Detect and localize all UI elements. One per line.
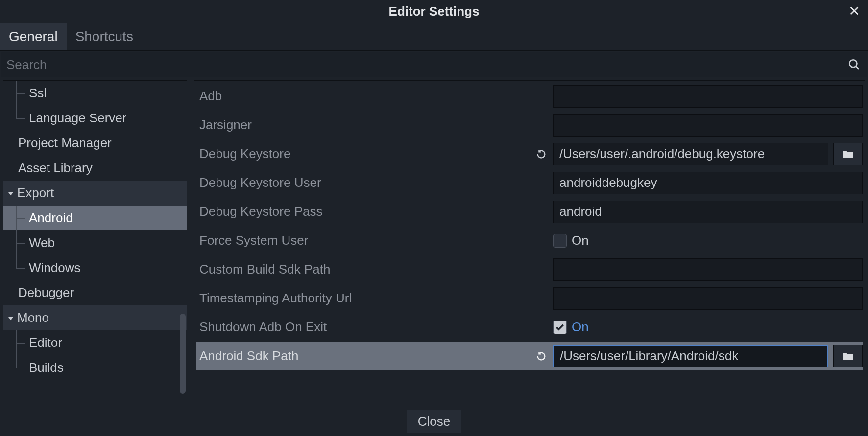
setting-row-android-sdk-path: Android Sdk Path <box>196 342 863 370</box>
browse-button[interactable] <box>833 345 863 367</box>
tab-general[interactable]: General <box>0 23 67 50</box>
timestamping-authority-url-input[interactable] <box>553 287 863 310</box>
tree-item-export[interactable]: Export <box>3 181 187 206</box>
setting-row-jarsigner: Jarsigner <box>196 111 863 139</box>
search-icon[interactable] <box>842 52 867 77</box>
setting-label: Adb <box>196 89 530 104</box>
close-icon[interactable] <box>846 3 862 19</box>
setting-row-custom-build-sdk-path: Custom Build Sdk Path <box>196 255 863 284</box>
android-sdk-path-input[interactable] <box>553 345 828 367</box>
svg-point-0 <box>849 60 857 67</box>
force-system-user-checkbox[interactable] <box>553 234 567 248</box>
setting-row-debug-keystore-pass: Debug Keystore Pass <box>196 197 863 226</box>
setting-row-adb: Adb <box>196 82 863 111</box>
debug-keystore-input[interactable] <box>553 143 828 165</box>
window-title: Editor Settings <box>389 4 480 19</box>
setting-label: Timestamping Authority Url <box>196 291 530 306</box>
chevron-down-icon <box>5 315 16 321</box>
reset-icon[interactable] <box>533 351 549 362</box>
tab-bar: General Shortcuts <box>0 23 868 51</box>
reset-icon[interactable] <box>533 149 549 160</box>
tree-item-project-manager[interactable]: Project Manager <box>3 131 187 156</box>
tree-item-mono[interactable]: Mono <box>3 305 187 330</box>
setting-label: Force System User <box>196 233 530 248</box>
setting-row-shutdown-adb-on-exit: Shutdown Adb On Exit On <box>196 313 863 342</box>
checkbox-label: On <box>572 233 589 248</box>
setting-label: Shutdown Adb On Exit <box>196 320 530 335</box>
custom-build-sdk-path-input[interactable] <box>553 258 863 281</box>
jarsigner-input[interactable] <box>553 114 863 137</box>
tree-item-debugger[interactable]: Debugger <box>3 280 187 305</box>
tab-shortcuts[interactable]: Shortcuts <box>67 23 142 50</box>
browse-button[interactable] <box>833 143 863 165</box>
chevron-down-icon <box>5 190 16 197</box>
tree-item-windows[interactable]: Windows <box>3 255 187 280</box>
setting-row-debug-keystore: Debug Keystore <box>196 139 863 168</box>
setting-label: Custom Build Sdk Path <box>196 262 530 277</box>
tree-item-ssl[interactable]: Ssl <box>3 81 187 106</box>
search-input[interactable] <box>1 52 842 77</box>
settings-panel: Adb Jarsigner Debug Keystore Debug Keyst… <box>194 80 865 407</box>
tree-item-asset-library[interactable]: Asset Library <box>3 156 187 181</box>
tree-item-web[interactable]: Web <box>3 230 187 255</box>
title-bar: Editor Settings <box>0 0 868 23</box>
debug-keystore-user-input[interactable] <box>553 172 863 194</box>
dialog-footer: Close <box>0 408 868 435</box>
setting-label: Debug Keystore Pass <box>196 204 530 219</box>
main-area: Ssl Language Server Project Manager Asse… <box>0 77 868 407</box>
shutdown-adb-on-exit-checkbox[interactable] <box>553 321 567 334</box>
tree-item-android[interactable]: Android <box>3 206 187 230</box>
settings-category-tree: Ssl Language Server Project Manager Asse… <box>3 80 187 407</box>
tree-item-language-server[interactable]: Language Server <box>3 106 187 131</box>
search-bar <box>1 52 867 77</box>
setting-label: Debug Keystore <box>196 146 530 161</box>
adb-input[interactable] <box>553 85 863 108</box>
setting-label: Debug Keystore User <box>196 175 530 190</box>
scrollbar-thumb[interactable] <box>180 314 186 394</box>
setting-label: Android Sdk Path <box>196 348 530 364</box>
close-button[interactable]: Close <box>407 410 461 433</box>
checkbox-label: On <box>572 320 589 335</box>
setting-row-force-system-user: Force System User On <box>196 226 863 255</box>
debug-keystore-pass-input[interactable] <box>553 201 863 223</box>
setting-row-timestamping-authority-url: Timestamping Authority Url <box>196 284 863 313</box>
tree-item-editor[interactable]: Editor <box>3 330 187 355</box>
tree-item-builds[interactable]: Builds <box>3 355 187 380</box>
setting-row-debug-keystore-user: Debug Keystore User <box>196 168 863 197</box>
setting-label: Jarsigner <box>196 117 530 133</box>
